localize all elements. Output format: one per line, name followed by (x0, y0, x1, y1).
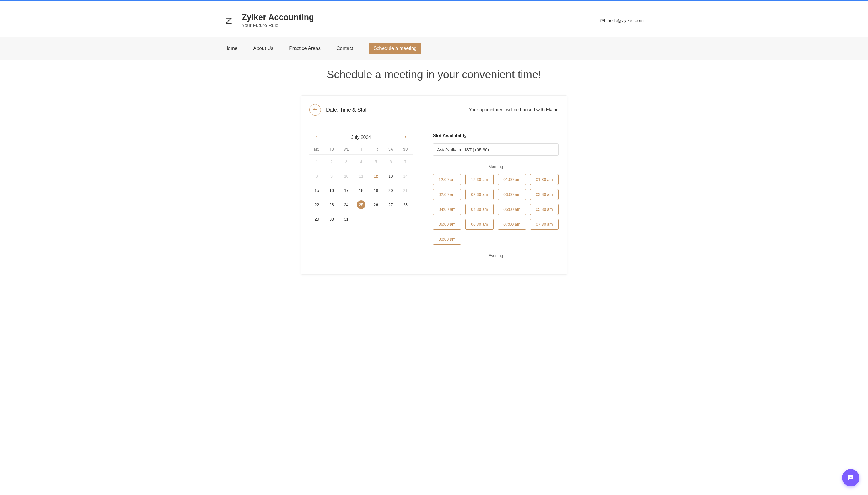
weekday-label: TU (324, 148, 339, 151)
prev-month-button[interactable] (312, 133, 321, 142)
calendar-day-12[interactable]: 12 (369, 169, 383, 183)
slot-0430am[interactable]: 04:30 am (465, 204, 494, 215)
chat-icon (847, 474, 854, 481)
booking-card: Date, Time & Staff Your appointment will… (300, 95, 568, 275)
slot-0130am[interactable]: 01:30 am (530, 174, 559, 185)
calendar-day-20[interactable]: 20 (383, 183, 398, 198)
calendar-day-31[interactable]: 31 (339, 212, 354, 226)
slot-0400am[interactable]: 04:00 am (433, 204, 461, 215)
slot-0700am[interactable]: 07:00 am (498, 219, 526, 230)
timezone-value: Asia/Kolkata - IST (+05:30) (437, 147, 489, 152)
slot-0330am[interactable]: 03:30 am (530, 189, 559, 200)
calendar-icon (309, 104, 321, 116)
calendar: July 2024 MOTUWETHFRSASU 123456789101112… (309, 133, 413, 263)
calendar-day-19[interactable]: 19 (369, 183, 383, 198)
slot-section-evening: Evening (433, 253, 559, 258)
calendar-day-13[interactable]: 13 (383, 169, 398, 183)
calendar-day-15[interactable]: 15 (309, 183, 324, 198)
chevron-down-icon (551, 148, 554, 151)
staff-note: Your appointment will be booked with Ela… (469, 107, 559, 113)
calendar-day-18[interactable]: 18 (354, 183, 368, 198)
brand-name: Zylker Accounting (242, 13, 314, 22)
slot-grid-morning: 12:00 am12:30 am01:00 am01:30 am02:00 am… (433, 174, 559, 245)
slot-0600am[interactable]: 06:00 am (433, 219, 461, 230)
nav-item-home[interactable]: Home (225, 46, 238, 51)
weekday-label: MO (309, 148, 324, 151)
calendar-day-29[interactable]: 29 (309, 212, 324, 226)
weekday-label: SU (398, 148, 413, 151)
calendar-day-5: 5 (369, 155, 383, 169)
slot-1230am[interactable]: 12:30 am (465, 174, 494, 185)
calendar-day-2: 2 (324, 155, 339, 169)
svg-point-6 (851, 477, 851, 478)
nav-item-practice-areas[interactable]: Practice Areas (289, 46, 321, 51)
card-header-title: Date, Time & Staff (326, 107, 368, 113)
calendar-day-1: 1 (309, 155, 324, 169)
site-header: Zylker Accounting Your Future Rule hello… (225, 1, 643, 37)
slot-0100am[interactable]: 01:00 am (498, 174, 526, 185)
slot-0800am[interactable]: 08:00 am (433, 234, 461, 245)
slot-0200am[interactable]: 02:00 am (433, 189, 461, 200)
calendar-day-10: 10 (339, 169, 354, 183)
calendar-day-9: 9 (324, 169, 339, 183)
slot-section-morning: Morning (433, 164, 559, 169)
slot-0530am[interactable]: 05:30 am (530, 204, 559, 215)
svg-point-5 (850, 477, 850, 478)
calendar-day-22[interactable]: 22 (309, 198, 324, 212)
month-label: July 2024 (351, 135, 371, 140)
calendar-day-23[interactable]: 23 (324, 198, 339, 212)
slot-panel: Slot Availability Asia/Kolkata - IST (+0… (433, 133, 559, 263)
brand: Zylker Accounting Your Future Rule (225, 13, 314, 29)
calendar-day-17[interactable]: 17 (339, 183, 354, 198)
calendar-day-21: 21 (398, 183, 413, 198)
weekday-label: WE (339, 148, 354, 151)
calendar-grid: 1234567891011121314151617181920212223242… (309, 155, 413, 226)
calendar-day-6: 6 (383, 155, 398, 169)
calendar-day-25[interactable]: 25 (354, 198, 368, 212)
calendar-day-26[interactable]: 26 (369, 198, 383, 212)
logo-icon (225, 16, 233, 25)
page-title: Schedule a meeting in your convenient ti… (0, 69, 868, 81)
slot-1200am[interactable]: 12:00 am (433, 174, 461, 185)
next-month-button[interactable] (401, 133, 410, 142)
slot-0730am[interactable]: 07:30 am (530, 219, 559, 230)
nav-item-contact[interactable]: Contact (337, 46, 353, 51)
calendar-day-11: 11 (354, 169, 368, 183)
slot-0300am[interactable]: 03:00 am (498, 189, 526, 200)
calendar-day-16[interactable]: 16 (324, 183, 339, 198)
calendar-day-4: 4 (354, 155, 368, 169)
slot-0230am[interactable]: 02:30 am (465, 189, 494, 200)
weekday-label: FR (369, 148, 383, 151)
svg-point-7 (851, 477, 852, 478)
calendar-day-8: 8 (309, 169, 324, 183)
calendar-day-7: 7 (398, 155, 413, 169)
slot-0630am[interactable]: 06:30 am (465, 219, 494, 230)
calendar-day-27[interactable]: 27 (383, 198, 398, 212)
calendar-day-24[interactable]: 24 (339, 198, 354, 212)
slot-0500am[interactable]: 05:00 am (498, 204, 526, 215)
calendar-day-14: 14 (398, 169, 413, 183)
chat-fab[interactable] (842, 469, 859, 487)
mail-icon (601, 18, 605, 23)
main-nav: HomeAbout UsPractice AreasContactSchedul… (0, 37, 868, 60)
calendar-weekdays: MOTUWETHFRSASU (309, 148, 413, 155)
weekday-label: SA (383, 148, 398, 151)
contact-email-text: hello@zylker.com (607, 18, 643, 23)
calendar-day-30[interactable]: 30 (324, 212, 339, 226)
brand-tagline: Your Future Rule (242, 23, 314, 29)
calendar-day-3: 3 (339, 155, 354, 169)
contact-email[interactable]: hello@zylker.com (601, 18, 643, 23)
timezone-select[interactable]: Asia/Kolkata - IST (+05:30) (433, 143, 559, 156)
svg-rect-1 (313, 108, 317, 112)
slot-title: Slot Availability (433, 133, 559, 138)
nav-item-schedule-a-meeting[interactable]: Schedule a meeting (369, 43, 421, 54)
calendar-day-28[interactable]: 28 (398, 198, 413, 212)
weekday-label: TH (354, 148, 368, 151)
nav-item-about-us[interactable]: About Us (253, 46, 273, 51)
card-header: Date, Time & Staff Your appointment will… (309, 104, 559, 124)
